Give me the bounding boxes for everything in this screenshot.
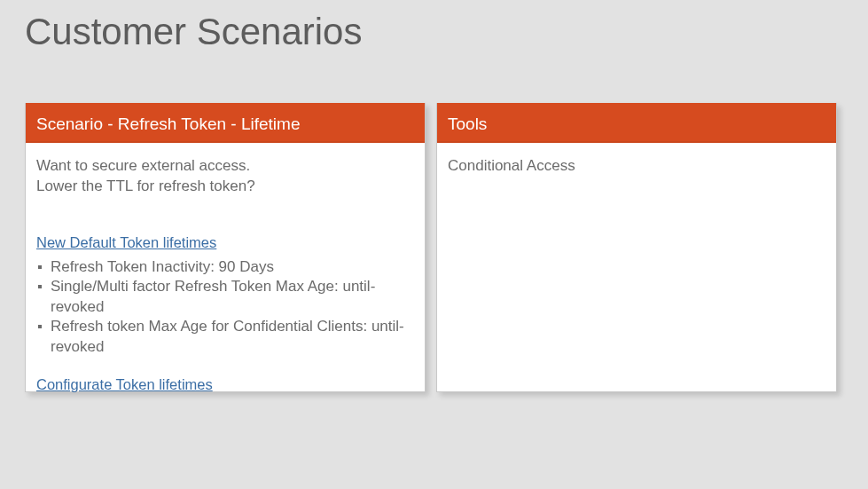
scenario-body: Want to secure external access. Lower th… xyxy=(26,146,425,408)
want-line1: Want to secure external access. xyxy=(36,157,250,174)
content-table: Scenario - Refresh Token - Lifetime Want… xyxy=(25,103,843,392)
tools-text: Conditional Access xyxy=(448,156,825,177)
want-line2: Lower the TTL for refresh token? xyxy=(36,177,255,194)
page-title: Customer Scenarios xyxy=(25,11,843,53)
tools-header: Tools xyxy=(437,103,836,146)
scenario-header: Scenario - Refresh Token - Lifetime xyxy=(26,103,425,146)
tools-column: Tools Conditional Access xyxy=(436,103,837,392)
list-item: Single/Multi factor Refresh Token Max Ag… xyxy=(36,277,414,317)
list-item: Refresh Token Inactivity: 90 Days xyxy=(36,257,414,277)
defaults-list: Refresh Token Inactivity: 90 Days Single… xyxy=(36,257,414,357)
configure-token-lifetimes-link[interactable]: Configurate Token lifetimes xyxy=(36,376,213,392)
slide: Customer Scenarios Scenario - Refresh To… xyxy=(0,0,868,392)
list-item: Refresh token Max Age for Confidential C… xyxy=(36,317,414,357)
tools-body: Conditional Access xyxy=(437,146,836,189)
scenario-want: Want to secure external access. Lower th… xyxy=(36,156,414,197)
new-default-token-lifetimes-link[interactable]: New Default Token lifetimes xyxy=(36,234,216,250)
scenario-column: Scenario - Refresh Token - Lifetime Want… xyxy=(25,103,426,392)
